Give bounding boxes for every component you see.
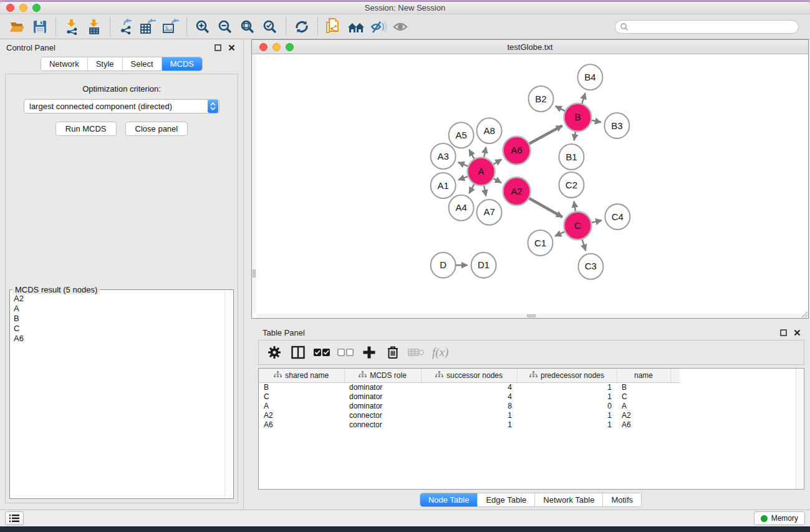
- column-header-predecessor-nodes[interactable]: predecessor nodes: [517, 369, 617, 382]
- save-session-icon[interactable]: [29, 17, 51, 37]
- node-B4[interactable]: B4: [577, 64, 602, 90]
- show-all-networks-icon[interactable]: [345, 17, 367, 37]
- node-A[interactable]: A: [468, 158, 495, 186]
- tab-style[interactable]: Style: [88, 57, 123, 70]
- table-row[interactable]: A2connector11A2: [259, 410, 680, 420]
- delete-column-icon[interactable]: [382, 342, 403, 362]
- table-row[interactable]: Bdominator41B: [259, 382, 680, 392]
- open-session-icon[interactable]: [6, 17, 29, 37]
- mcds-result-item[interactable]: A6: [14, 334, 233, 344]
- float-panel-icon[interactable]: [212, 42, 223, 52]
- tab-network[interactable]: Network: [41, 57, 88, 70]
- node-A3[interactable]: A3: [431, 143, 456, 169]
- network-graph: B4B2BB3A8A5A6A3B1AA1C2A2A4A7C4CC1C3DD1: [252, 54, 808, 318]
- table-row[interactable]: A6connector11A6: [259, 420, 680, 429]
- show-graphics-details-icon[interactable]: [390, 17, 412, 37]
- column-header-name[interactable]: name: [617, 369, 670, 382]
- node-C1[interactable]: C1: [528, 230, 553, 256]
- mcds-result-item[interactable]: A: [14, 304, 233, 314]
- node-C3[interactable]: C3: [578, 254, 603, 279]
- network-window-titlebar[interactable]: testGlobe.txt: [252, 40, 808, 54]
- edge-A2-C[interactable]: [527, 197, 562, 217]
- node-D1[interactable]: D1: [471, 253, 496, 278]
- close-table-panel-icon[interactable]: [791, 327, 803, 337]
- export-image-icon[interactable]: [160, 17, 182, 37]
- function-builder-icon[interactable]: f(x): [432, 346, 448, 359]
- node-A6[interactable]: A6: [503, 137, 531, 165]
- svg-text:B4: B4: [584, 72, 595, 82]
- node-A2[interactable]: A2: [503, 177, 531, 205]
- node-A5[interactable]: A5: [449, 122, 474, 148]
- svg-text:C3: C3: [585, 261, 597, 271]
- tab-select[interactable]: Select: [123, 57, 162, 70]
- new-session-icon[interactable]: [322, 17, 345, 37]
- svg-text:B2: B2: [535, 93, 546, 104]
- node-A1[interactable]: A1: [431, 173, 456, 198]
- node-B[interactable]: B: [564, 104, 591, 132]
- criterion-dropdown[interactable]: largest connected component (directed): [24, 99, 219, 114]
- mcds-result-item[interactable]: B: [14, 314, 233, 324]
- close-panel-button[interactable]: Close panel: [125, 122, 188, 136]
- table-row[interactable]: Cdominator41C: [259, 392, 680, 401]
- delete-table-icon[interactable]: [406, 342, 427, 362]
- select-all-checkboxes-icon[interactable]: [311, 342, 332, 362]
- node-B1[interactable]: B1: [559, 144, 584, 170]
- node-C4[interactable]: C4: [605, 204, 630, 230]
- zoom-in-icon[interactable]: [191, 17, 214, 37]
- table-row[interactable]: Adominator80A: [259, 401, 680, 410]
- edge-A6-B[interactable]: [527, 126, 562, 145]
- search-input[interactable]: [615, 20, 799, 34]
- table-scrollbar[interactable]: [796, 369, 804, 489]
- mcds-result-item[interactable]: A2: [14, 294, 233, 304]
- node-D[interactable]: D: [431, 253, 456, 278]
- import-network-from-file-icon[interactable]: [60, 17, 83, 37]
- tab-network-table[interactable]: Network Table: [535, 493, 603, 506]
- resize-grip-icon[interactable]: [799, 309, 808, 318]
- column-header-shared-name[interactable]: shared name: [259, 369, 344, 382]
- node-table-grid[interactable]: shared nameMCDS rolesuccessor nodesprede…: [259, 369, 680, 429]
- tab-node-table[interactable]: Node Table: [420, 493, 478, 506]
- column-header-successor-nodes[interactable]: successor nodes: [421, 369, 517, 382]
- zoom-selected-icon[interactable]: [259, 17, 281, 37]
- svg-text:C2: C2: [566, 179, 577, 190]
- column-header-MCDS-role[interactable]: MCDS role: [344, 369, 421, 382]
- svg-text:C: C: [574, 220, 581, 231]
- list-icon: [9, 514, 19, 523]
- svg-text:B: B: [574, 112, 581, 122]
- tab-motifs[interactable]: Motifs: [603, 493, 641, 506]
- hierarchy-icon: [435, 371, 443, 380]
- network-horizontal-scrollbar[interactable]: [256, 314, 808, 318]
- table-options-gear-icon[interactable]: [264, 342, 285, 362]
- zoom-out-icon[interactable]: [214, 17, 236, 37]
- deselect-all-checkboxes-icon[interactable]: [335, 342, 356, 362]
- float-table-panel-icon[interactable]: [778, 327, 789, 337]
- show-columns-icon[interactable]: [287, 342, 309, 362]
- run-mcds-button[interactable]: Run MCDS: [55, 122, 117, 136]
- desktop-wallpaper-bottom: [0, 526, 810, 532]
- export-network-icon[interactable]: [115, 17, 137, 37]
- network-canvas[interactable]: B4B2BB3A8A5A6A3B1AA1C2A2A4A7C4CC1C3DD1: [252, 54, 808, 318]
- memory-button[interactable]: Memory: [754, 511, 805, 525]
- hide-graphics-details-icon[interactable]: [367, 17, 390, 37]
- export-table-icon[interactable]: [137, 17, 160, 37]
- tab-edge-table[interactable]: Edge Table: [478, 493, 535, 506]
- node-C2[interactable]: C2: [559, 172, 584, 198]
- node-B2[interactable]: B2: [529, 86, 554, 112]
- task-history-button[interactable]: [5, 511, 24, 525]
- zoom-fit-content-icon[interactable]: [236, 17, 259, 37]
- mcds-result-item[interactable]: C: [14, 324, 233, 334]
- import-table-from-file-icon[interactable]: [83, 17, 105, 37]
- network-vertical-scrollbar[interactable]: [252, 54, 256, 314]
- close-panel-icon[interactable]: [226, 42, 237, 52]
- apply-preferred-layout-icon[interactable]: [291, 17, 313, 37]
- add-column-icon[interactable]: [359, 342, 380, 362]
- result-scrollbar[interactable]: [224, 291, 233, 498]
- toolbar-separator: [110, 17, 110, 36]
- node-A8[interactable]: A8: [477, 118, 502, 143]
- toolbar-separator: [286, 17, 286, 36]
- node-A4[interactable]: A4: [449, 195, 474, 221]
- node-B3[interactable]: B3: [604, 113, 629, 138]
- node-C[interactable]: C: [564, 211, 591, 239]
- node-A7[interactable]: A7: [477, 200, 502, 225]
- tab-mcds[interactable]: MCDS: [162, 57, 202, 70]
